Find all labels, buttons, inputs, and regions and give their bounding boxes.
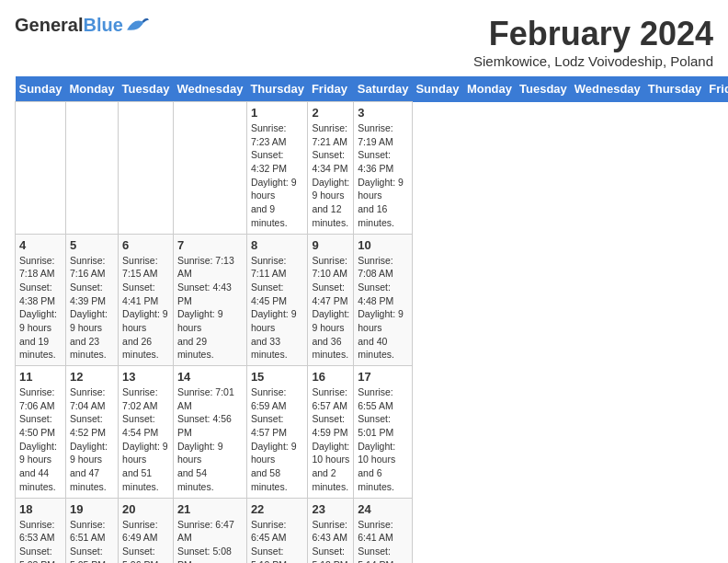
day-number: 13 [122,370,169,384]
calendar-day-header: Wednesday [173,76,246,102]
calendar-cell: 18Sunrise: 6:53 AM Sunset: 5:03 PM Dayli… [16,498,66,563]
calendar-day-header: Tuesday [119,76,174,102]
calendar-cell: 17Sunrise: 6:55 AM Sunset: 5:01 PM Dayli… [354,366,413,499]
day-info: Sunrise: 6:59 AM Sunset: 4:57 PM Dayligh… [251,385,304,494]
calendar-cell: 14Sunrise: 7:01 AM Sunset: 4:56 PM Dayli… [173,366,246,499]
calendar-day-header: Tuesday [516,76,571,102]
calendar-cell: 6Sunrise: 7:15 AM Sunset: 4:41 PM Daylig… [119,234,174,366]
month-title: February 2024 [473,15,713,53]
calendar-cell: 2Sunrise: 7:21 AM Sunset: 4:34 PM Daylig… [308,102,354,235]
day-info: Sunrise: 7:02 AM Sunset: 4:54 PM Dayligh… [122,385,169,494]
day-info: Sunrise: 7:16 AM Sunset: 4:39 PM Dayligh… [70,254,114,362]
day-info: Sunrise: 6:41 AM Sunset: 5:14 PM Dayligh… [358,518,408,564]
day-info: Sunrise: 7:06 AM Sunset: 4:50 PM Dayligh… [19,385,62,494]
calendar-cell: 8Sunrise: 7:11 AM Sunset: 4:45 PM Daylig… [246,234,308,366]
calendar-cell: 1Sunrise: 7:23 AM Sunset: 4:32 PM Daylig… [246,102,308,235]
logo-bird-icon [125,15,151,35]
calendar-cell: 10Sunrise: 7:08 AM Sunset: 4:48 PM Dayli… [354,234,413,366]
logo-text: GeneralBlue [15,15,123,35]
calendar-cell [16,102,66,235]
day-number: 23 [312,502,349,516]
calendar-week-row: 18Sunrise: 6:53 AM Sunset: 5:03 PM Dayli… [16,498,729,563]
calendar-cell: 23Sunrise: 6:43 AM Sunset: 5:12 PM Dayli… [308,498,354,563]
logo: GeneralBlue [15,15,151,35]
day-number: 1 [251,106,304,120]
day-info: Sunrise: 7:01 AM Sunset: 4:56 PM Dayligh… [177,385,243,494]
day-info: Sunrise: 7:11 AM Sunset: 4:45 PM Dayligh… [251,254,304,362]
calendar-cell: 22Sunrise: 6:45 AM Sunset: 5:10 PM Dayli… [246,498,308,563]
day-number: 21 [177,502,243,516]
day-info: Sunrise: 6:43 AM Sunset: 5:12 PM Dayligh… [312,518,349,564]
day-info: Sunrise: 7:15 AM Sunset: 4:41 PM Dayligh… [122,254,169,362]
day-info: Sunrise: 6:45 AM Sunset: 5:10 PM Dayligh… [251,518,304,564]
day-info: Sunrise: 6:57 AM Sunset: 4:59 PM Dayligh… [312,385,349,494]
calendar-day-header: Sunday [412,76,462,102]
day-info: Sunrise: 6:47 AM Sunset: 5:08 PM Dayligh… [177,518,243,564]
calendar-cell: 16Sunrise: 6:57 AM Sunset: 4:59 PM Dayli… [308,366,354,499]
calendar-day-header: Thursday [246,76,308,102]
day-number: 11 [19,370,62,384]
calendar-cell: 13Sunrise: 7:02 AM Sunset: 4:54 PM Dayli… [119,366,174,499]
calendar-day-header: Sunday [16,76,66,102]
day-number: 18 [19,502,62,516]
day-number: 5 [70,238,114,252]
location: Siemkowice, Lodz Voivodeship, Poland [473,53,713,69]
day-number: 15 [251,370,304,384]
day-info: Sunrise: 7:08 AM Sunset: 4:48 PM Dayligh… [358,254,408,362]
day-number: 16 [312,370,349,384]
day-number: 19 [70,502,114,516]
page-header: GeneralBlue February 2024 Siemkowice, Lo… [15,15,713,69]
day-info: Sunrise: 7:10 AM Sunset: 4:47 PM Dayligh… [312,254,349,362]
calendar-cell: 21Sunrise: 6:47 AM Sunset: 5:08 PM Dayli… [173,498,246,563]
day-number: 12 [70,370,114,384]
day-info: Sunrise: 6:49 AM Sunset: 5:06 PM Dayligh… [122,518,169,564]
calendar-week-row: 1Sunrise: 7:23 AM Sunset: 4:32 PM Daylig… [16,102,729,235]
day-number: 4 [19,238,62,252]
calendar-cell: 5Sunrise: 7:16 AM Sunset: 4:39 PM Daylig… [65,234,118,366]
day-info: Sunrise: 7:23 AM Sunset: 4:32 PM Dayligh… [251,121,304,230]
day-number: 7 [177,238,243,252]
calendar-day-header: Friday [308,76,354,102]
day-number: 20 [122,502,169,516]
calendar-cell: 12Sunrise: 7:04 AM Sunset: 4:52 PM Dayli… [65,366,118,499]
day-info: Sunrise: 6:53 AM Sunset: 5:03 PM Dayligh… [19,518,62,564]
day-info: Sunrise: 7:19 AM Sunset: 4:36 PM Dayligh… [358,121,408,230]
calendar-table: SundayMondayTuesdayWednesdayThursdayFrid… [15,76,728,563]
day-number: 8 [251,238,304,252]
day-number: 6 [122,238,169,252]
calendar-day-header: Friday [705,76,728,102]
calendar-cell: 24Sunrise: 6:41 AM Sunset: 5:14 PM Dayli… [354,498,413,563]
day-info: Sunrise: 7:18 AM Sunset: 4:38 PM Dayligh… [19,254,62,362]
day-info: Sunrise: 7:21 AM Sunset: 4:34 PM Dayligh… [312,121,349,230]
calendar-week-row: 4Sunrise: 7:18 AM Sunset: 4:38 PM Daylig… [16,234,729,366]
calendar-day-header: Monday [463,76,516,102]
day-number: 22 [251,502,304,516]
day-info: Sunrise: 7:13 AM Sunset: 4:43 PM Dayligh… [177,254,243,362]
day-info: Sunrise: 6:51 AM Sunset: 5:05 PM Dayligh… [70,518,114,564]
calendar-day-header: Thursday [644,76,706,102]
calendar-cell: 9Sunrise: 7:10 AM Sunset: 4:47 PM Daylig… [308,234,354,366]
day-number: 3 [358,106,408,120]
day-number: 14 [177,370,243,384]
title-block: February 2024 Siemkowice, Lodz Voivodesh… [473,15,713,69]
calendar-day-header: Wednesday [571,76,644,102]
calendar-day-header: Monday [65,76,118,102]
calendar-cell [119,102,174,235]
calendar-cell: 11Sunrise: 7:06 AM Sunset: 4:50 PM Dayli… [16,366,66,499]
calendar-cell: 15Sunrise: 6:59 AM Sunset: 4:57 PM Dayli… [246,366,308,499]
calendar-cell: 19Sunrise: 6:51 AM Sunset: 5:05 PM Dayli… [65,498,118,563]
calendar-cell: 3Sunrise: 7:19 AM Sunset: 4:36 PM Daylig… [354,102,413,235]
day-number: 9 [312,238,349,252]
day-number: 24 [358,502,408,516]
day-info: Sunrise: 7:04 AM Sunset: 4:52 PM Dayligh… [70,385,114,494]
day-number: 10 [358,238,408,252]
day-number: 17 [358,370,408,384]
calendar-cell [65,102,118,235]
calendar-cell [173,102,246,235]
calendar-day-header: Saturday [354,76,413,102]
calendar-cell: 4Sunrise: 7:18 AM Sunset: 4:38 PM Daylig… [16,234,66,366]
calendar-week-row: 11Sunrise: 7:06 AM Sunset: 4:50 PM Dayli… [16,366,729,499]
calendar-header-row: SundayMondayTuesdayWednesdayThursdayFrid… [16,76,729,102]
calendar-cell: 20Sunrise: 6:49 AM Sunset: 5:06 PM Dayli… [119,498,174,563]
calendar-cell: 7Sunrise: 7:13 AM Sunset: 4:43 PM Daylig… [173,234,246,366]
